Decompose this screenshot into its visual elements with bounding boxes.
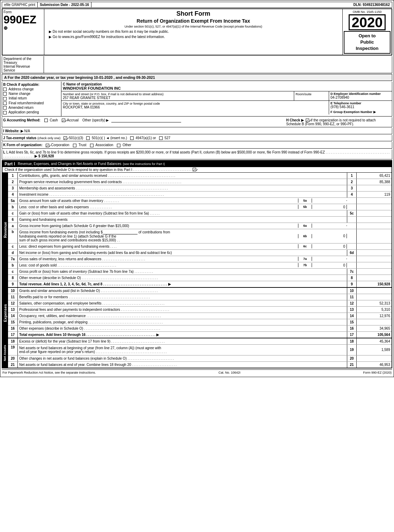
j-4947[interactable]: 4947(a)(1) or (130, 136, 157, 140)
k-other[interactable]: Other (117, 143, 131, 147)
line18-num: 18 (8, 338, 18, 344)
line7c-ref: 7c (347, 269, 357, 275)
year-display: 2020 (349, 14, 386, 30)
cat-number: Cat. No. 10642I (218, 371, 240, 374)
line7a-num: 7a (8, 256, 18, 262)
line8-desc: Other revenue (describe in Schedule O) .… (18, 276, 347, 280)
line3-desc: Membership dues and assessments . . . . … (18, 186, 347, 190)
line6b-ref (347, 229, 357, 243)
k-assoc[interactable]: Association (90, 143, 114, 147)
accrual-option: ✓ Accrual (62, 118, 80, 122)
line7a-col-label: 7a (298, 257, 312, 261)
line7a-ref (347, 256, 357, 262)
k-trust[interactable]: Trust (73, 143, 87, 147)
line5b-col-label: 5b (298, 205, 312, 209)
line3-num: 3 (8, 185, 18, 191)
j-501c[interactable]: 501(c)( (86, 136, 104, 140)
line17-ref: 17 (347, 332, 357, 338)
phone: (978) 546-3611 (330, 105, 391, 109)
cb-final[interactable]: Final return/terminated (3, 101, 60, 105)
line5a-desc: Gross amount from sale of assets other t… (18, 198, 298, 203)
line13-num: 13 (8, 307, 18, 313)
line12-num: 12 (8, 300, 18, 306)
line20-ref: 20 (347, 355, 357, 361)
line5a-col-val (312, 200, 347, 201)
line5a-amount (357, 200, 392, 201)
line6c-num: c (8, 243, 18, 249)
short-form-title: Short Form (45, 10, 341, 17)
cb-initial-box[interactable] (3, 97, 7, 100)
paperwork-notice: For Paperwork Reduction Act Notice, see … (2, 371, 96, 374)
line6c-col-val: 0 (312, 244, 347, 249)
line6c-desc: Less: direct expenses from gaming and fu… (18, 244, 298, 249)
line7b-ref (347, 262, 357, 268)
room-label: Room/suite (296, 92, 312, 96)
line17-amount: 105,564 (357, 332, 392, 337)
cb-address-box[interactable] (3, 88, 7, 91)
line12-amount: 52,313 (357, 301, 392, 306)
line5c-desc: Gain or (loss) from sale of assets other… (18, 211, 347, 216)
line6b-num: b (8, 229, 18, 243)
j-501c3[interactable]: ✓ 501(c)(3) (64, 136, 84, 140)
line6c-col-label: 6c (298, 244, 312, 248)
cb-initial[interactable]: Initial return (3, 96, 60, 100)
cb-application-box[interactable] (3, 111, 7, 114)
j-527[interactable]: 527 (159, 136, 170, 140)
line21-num: 21 (8, 362, 18, 368)
g-label: G Accounting Method: (3, 118, 40, 122)
line9-amount: 150,928 (357, 282, 392, 286)
line14-desc: Occupancy, rent, utilities, and maintena… (18, 314, 347, 318)
tax-year-line: A For the 2020 calendar year, or tax yea… (2, 74, 392, 81)
line10-ref: 10 (347, 288, 357, 294)
line6-num: 6 (8, 217, 18, 223)
cb-application[interactable]: Application pending (3, 110, 60, 114)
line5a-ref (347, 198, 357, 204)
line20-amount (357, 358, 392, 359)
line11-num: 11 (8, 294, 18, 300)
go-to: ▶ Go to www.irs.gov/Form990EZ for instru… (45, 35, 341, 39)
line9-ref: 9 (347, 281, 357, 287)
l-text: L Add lines 5b, 6c, and 7b to line 9 to … (6, 150, 325, 154)
l-label: L (3, 150, 5, 154)
line17-desc: Total expenses. Add lines 10 through 16 … (18, 332, 347, 337)
cb-name[interactable]: Name change (3, 92, 60, 96)
line5c-ref: 5c (347, 210, 357, 216)
cb-final-box[interactable] (3, 102, 7, 105)
line18-amount: 45,364 (357, 339, 392, 344)
line1-desc: Contributions, gifts, grants, and simila… (18, 173, 347, 178)
line15-desc: Printing, publications, postage, and shi… (18, 320, 347, 324)
line6b-desc: Gross income from fundraising events (no… (18, 230, 298, 242)
cb-name-box[interactable] (3, 92, 7, 96)
line15-num: 15 (8, 319, 18, 325)
line4-num: 4 (8, 192, 18, 197)
line5b-desc: Less: cost or other basis and sales expe… (18, 205, 298, 209)
line15-ref: 15 (347, 319, 357, 325)
line1-num: 1 (8, 173, 18, 179)
ein: 04-2708940 (330, 96, 391, 99)
line15-amount (357, 322, 392, 322)
public-label: Public (345, 39, 389, 45)
k-corp[interactable]: ✓ Corporation (46, 143, 70, 147)
line14-num: 14 (8, 313, 18, 319)
line13-desc: Professional fees and other payments to … (18, 307, 347, 312)
cash-option: Cash (44, 118, 59, 122)
line6a-col-label: 6a (298, 224, 312, 228)
line7a-desc: Gross sales of inventory, less returns a… (18, 257, 298, 261)
line7b-num: b (8, 262, 18, 268)
no-ssn: ▶ Do not enter social security numbers o… (45, 30, 341, 33)
f-label: F Group Exemption Number ▶ (330, 110, 391, 114)
line4-desc: Investment income . . . . . . . . . . . … (18, 192, 347, 197)
line13-amount: 5,310 (357, 307, 392, 312)
line19-desc: Net assets or fund balances at beginning… (18, 346, 347, 354)
line7b-desc: Less: cost of goods sold . . . . . . . .… (18, 263, 298, 268)
cb-amended-box[interactable] (3, 106, 7, 110)
line21-amount: 46,953 (357, 362, 392, 367)
line18-desc: Excess or (deficit) for the year (Subtra… (18, 339, 347, 344)
cb-amended[interactable]: Amended return (3, 106, 60, 110)
part1-label: Part I (5, 162, 15, 166)
line8-num: 8 (8, 275, 18, 281)
line2-amount: 85,388 (357, 179, 392, 185)
cb-address[interactable]: Address change (3, 87, 60, 91)
open-to: Open to (345, 33, 389, 39)
line19-num: 19 (8, 345, 18, 355)
